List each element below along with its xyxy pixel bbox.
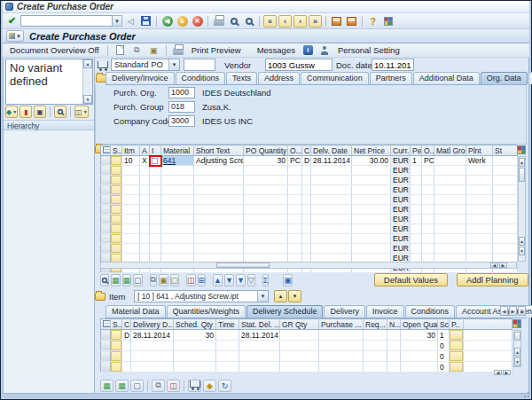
schedule-grid-cell[interactable] — [111, 330, 122, 341]
enter-icon[interactable]: ✔ — [5, 15, 19, 27]
snapshot-button[interactable]: ▣ — [34, 106, 46, 118]
item-grid-row-selector[interactable] — [101, 215, 111, 224]
schedule-grid-cell[interactable] — [280, 330, 319, 341]
default-values-button[interactable]: Default Values — [374, 273, 448, 286]
item-grid-cell[interactable] — [302, 234, 311, 244]
schedule-grid-cell[interactable]: 28.11.2014 — [239, 330, 280, 341]
item-grid-cell[interactable] — [244, 166, 288, 176]
next-item-button[interactable]: ▼ — [288, 290, 301, 302]
item-grid-cell[interactable] — [150, 205, 161, 215]
grid-customize-icon[interactable] — [512, 319, 521, 328]
selection-variant-button[interactable]: ◆▼ — [5, 106, 18, 118]
item-grid-cell[interactable] — [302, 195, 311, 205]
item-grid-cell[interactable] — [150, 234, 161, 244]
delete-schedule-button[interactable]: ◫ — [167, 380, 180, 392]
item-grid-cell[interactable] — [311, 205, 352, 215]
schedule-grid-cell[interactable] — [216, 341, 239, 351]
schedule-grid-col-n[interactable]: N... — [387, 319, 401, 330]
item-grid-cell[interactable] — [311, 176, 352, 185]
alert-button[interactable]: ◆ — [203, 380, 216, 392]
item-grid-cell[interactable] — [161, 195, 194, 205]
item-grid-col-st[interactable]: St — [493, 145, 518, 156]
item-grid-cell[interactable] — [122, 166, 140, 176]
item-grid-cell[interactable] — [122, 195, 140, 205]
item-grid-cell[interactable] — [493, 205, 518, 215]
schedule-grid-cell[interactable] — [364, 330, 387, 341]
item-grid-col-i[interactable]: I — [150, 145, 161, 156]
item-grid-cell[interactable] — [194, 244, 244, 254]
schedule-grid-col-c[interactable]: C — [122, 319, 131, 330]
schedule-grid-col-p[interactable]: P.. — [450, 319, 464, 330]
item-grid-cell[interactable] — [352, 185, 391, 195]
item-grid-cell[interactable] — [288, 195, 302, 205]
resize-grip[interactable] — [523, 391, 530, 398]
doc-type-combo[interactable]: Standard PO▼ — [111, 59, 180, 71]
schedule-grid-cell[interactable] — [387, 362, 401, 373]
item-grid-cell[interactable] — [411, 244, 422, 254]
item-grid-row-selector[interactable] — [101, 166, 111, 176]
vendor-field[interactable] — [265, 59, 332, 71]
schedule-grid-cell[interactable] — [364, 341, 387, 351]
item-grid-cell[interactable] — [194, 166, 244, 176]
item-grid-cell[interactable] — [288, 215, 302, 224]
item-grid-cell[interactable] — [244, 215, 288, 224]
item-grid-vscrollbar[interactable]: ▲ ▲ ▼ — [518, 156, 526, 262]
schedule-grid-cell[interactable] — [401, 362, 438, 373]
schedule-grid-cell[interactable] — [174, 351, 216, 362]
scroll-up2-icon[interactable]: ▲ — [519, 237, 525, 246]
item-tab-delivery[interactable]: Delivery — [324, 305, 365, 318]
doc-date-field[interactable] — [372, 59, 414, 71]
table-view-button[interactable]: ⊞ — [198, 274, 207, 286]
item-grid-row-selector[interactable] — [101, 156, 111, 166]
scroll-up-icon[interactable]: ▲ — [514, 348, 520, 357]
schedule-grid-cell[interactable] — [364, 362, 387, 373]
grid-customize-icon[interactable] — [517, 145, 526, 154]
item-grid-cell[interactable] — [111, 244, 122, 254]
tab-partners[interactable]: Partners — [370, 72, 412, 84]
item-tab-conditions[interactable]: Conditions — [405, 305, 456, 318]
item-grid-row-selector[interactable] — [101, 185, 111, 195]
field-value-box[interactable]: 1000 — [168, 87, 195, 98]
last-page-button[interactable]: » — [309, 15, 322, 27]
item-grid-cell[interactable] — [140, 195, 150, 205]
item-grid-cell[interactable] — [161, 185, 194, 195]
scroll-down-icon[interactable]: ▼ — [83, 95, 92, 104]
item-grid-cell[interactable] — [311, 234, 352, 244]
chevron-down-icon[interactable]: ▼ — [257, 291, 268, 302]
item-grid-cell[interactable] — [466, 215, 493, 224]
item-grid-cell[interactable] — [352, 176, 391, 185]
item-grid-cell[interactable] — [311, 215, 352, 224]
schedule-grid-col-gr-qty[interactable]: GR Qty — [280, 319, 319, 330]
tab-conditions[interactable]: Conditions — [176, 72, 226, 84]
item-grid-col-material[interactable]: Material — [161, 145, 194, 156]
schedule-grid-cell[interactable] — [216, 351, 239, 362]
lock-item-button[interactable]: ▣ — [159, 274, 168, 286]
create-document-button[interactable] — [113, 44, 127, 57]
item-grid-row-selector[interactable] — [101, 224, 111, 234]
schedule-grid-cell[interactable] — [174, 341, 216, 351]
item-grid-cell[interactable] — [288, 205, 302, 215]
item-grid-cell[interactable] — [288, 166, 302, 176]
item-grid-cell[interactable] — [493, 215, 518, 224]
item-grid-cell[interactable] — [352, 224, 391, 234]
item-grid-cell[interactable] — [434, 215, 466, 224]
item-grid-cell[interactable]: D — [302, 156, 311, 166]
schedule-grid-cell[interactable] — [450, 351, 464, 362]
schedule-grid-col-sc[interactable]: Sc... — [438, 319, 450, 330]
item-grid-cell[interactable]: EUR — [391, 166, 411, 176]
print-button[interactable] — [212, 15, 225, 27]
schedule-grid-cell[interactable] — [450, 362, 464, 373]
item-grid-cell[interactable] — [411, 205, 422, 215]
schedule-grid-cell[interactable] — [319, 362, 364, 373]
item-grid-cell[interactable] — [140, 205, 150, 215]
schedule-grid-cell[interactable] — [239, 351, 280, 362]
previous-page-button[interactable]: ‹ — [278, 15, 292, 27]
item-grid-cell[interactable] — [422, 195, 434, 205]
item-grid-cell[interactable] — [493, 185, 518, 195]
schedule-grid-cell[interactable] — [387, 341, 401, 351]
item-grid-cell[interactable] — [352, 234, 391, 244]
item-grid-cell[interactable] — [411, 224, 422, 234]
item-grid-cell[interactable] — [161, 234, 194, 244]
item-grid-cell[interactable] — [466, 234, 493, 244]
field-value-box[interactable]: 018 — [168, 101, 195, 113]
